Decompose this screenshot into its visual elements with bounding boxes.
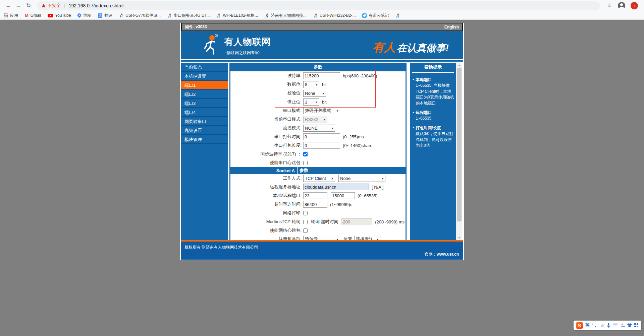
firmware-version: 固件: v3033: [185, 24, 207, 30]
sidebar-item-current-status[interactable]: 当前状态: [181, 63, 228, 72]
person-typing-icon[interactable]: [621, 323, 625, 328]
bookmark-gmail[interactable]: M Gmail: [25, 13, 41, 18]
youtube-icon: [48, 14, 53, 17]
translate-icon: 文: [98, 13, 102, 18]
net-heartbeat-checkbox[interactable]: [303, 228, 308, 233]
page-scrollbar[interactable]: ▲ ▼: [456, 63, 462, 240]
bookmark-usr-wifi232[interactable]: USR-WIFI232-B2-...: [313, 13, 356, 18]
sync-baud-checkbox[interactable]: [303, 152, 308, 156]
socket-a-title: Socket A: [230, 168, 297, 173]
site-footer: 版权所有 © 济南有人物联网技术有限公司 官网：www.usr.cn: [181, 240, 463, 260]
address-bar[interactable]: 不安全 | 192.168.0.7/indexcn.shtml: [37, 1, 600, 10]
form-row-ports: 本地/远程端口: (0~65535): [230, 191, 406, 200]
sidebar-item-port1[interactable]: 端口1: [181, 81, 228, 90]
bookmark-star-icon[interactable]: ☆: [607, 2, 612, 9]
pack-len-label: 串口打包长度:: [230, 142, 303, 148]
net-print-checkbox[interactable]: [303, 211, 308, 215]
form-row-reg-pkt: 注册包类型: 透传云 位置 连接发送: [230, 235, 406, 240]
forward-icon[interactable]: →: [13, 2, 23, 9]
avatar-body: [619, 7, 624, 9]
baud-input[interactable]: [303, 72, 340, 79]
databits-suffix: bit: [322, 82, 327, 87]
flow-ctrl-select[interactable]: NONE: [303, 125, 335, 132]
remote-port-input[interactable]: [331, 192, 355, 199]
remote-addr-input[interactable]: [303, 184, 369, 190]
firmware-bar: 固件: v3033 English: [181, 23, 463, 31]
sidebar-item-local-ip[interactable]: 本机IP设置: [181, 72, 228, 81]
profile-avatar[interactable]: [618, 2, 625, 9]
bookmark-youdao[interactable]: 有道云笔记: [362, 13, 389, 18]
help-item: • 远程端口1~65535: [413, 110, 454, 122]
usr-website-link[interactable]: www.usr.cn: [437, 252, 459, 257]
content-area: 当前状态 本机IP设置 端口1 端口2 端口3 端口4 网页转串口 高级设置 模…: [181, 63, 463, 240]
skin-shirt-icon[interactable]: [627, 323, 632, 327]
databits-select[interactable]: 8: [303, 81, 319, 88]
brand-title: 有人物联网: [224, 36, 271, 48]
back-icon[interactable]: ←: [3, 2, 13, 9]
stopbits-select[interactable]: 1: [303, 98, 319, 106]
bullet: •: [413, 110, 414, 122]
copyright-text: 版权所有 © 济南有人物联网技术有限公司: [184, 245, 258, 250]
modbus-checkbox[interactable]: [303, 220, 308, 224]
sidebar-item-port4[interactable]: 端口4: [181, 108, 228, 117]
help-list: • 本地端口1~65535. 当模块做TCP Client时，本地端口为0表示使…: [410, 73, 456, 148]
help-item-body: 默认0/0，使用自动打包机制；也可以设置为非0值: [416, 131, 454, 148]
bookmark-maps[interactable]: 地图: [77, 13, 91, 18]
reconnect-suffix: (1~99999)s: [330, 202, 352, 207]
reg-pkt-pos-select[interactable]: 连接发送: [354, 236, 380, 241]
toolbox-grid-icon[interactable]: [634, 323, 638, 327]
divider: [407, 63, 410, 240]
microphone-icon[interactable]: [607, 323, 610, 328]
bookmark-translate[interactable]: 文 翻译: [98, 13, 112, 18]
youdao-icon: [362, 13, 367, 18]
bookmark-usr-home[interactable]: [395, 13, 400, 18]
sidebar-item-port3[interactable]: 端口3: [181, 99, 228, 108]
sidebar-item-port2[interactable]: 端口2: [181, 90, 228, 99]
ime-punctuation-toggle[interactable]: ’，: [592, 322, 598, 328]
reconnect-input[interactable]: [303, 201, 327, 208]
local-port-input[interactable]: [303, 192, 327, 199]
official-site: 官网：www.usr.cn: [425, 252, 459, 257]
scrollbar-thumb[interactable]: [457, 68, 462, 221]
bookmark-jinan-usr[interactable]: 济南有人物联网技...: [265, 13, 307, 18]
parity-select[interactable]: None: [303, 90, 326, 97]
sidebar-item-web-to-serial[interactable]: 网页转串口: [181, 117, 228, 126]
remote-addr-label: 远程服务器地址:: [230, 184, 303, 190]
modbus-timeout-label: 轮询 超时时间:: [311, 219, 339, 225]
serial-heartbeat-checkbox[interactable]: [303, 161, 308, 165]
bookmark-serial-server[interactable]: 串口服务器,4G DT...: [167, 13, 210, 18]
avatar-head: [620, 3, 623, 6]
maps-pin-icon: [77, 13, 81, 18]
modbus-label: ModbusTCP 轮询:: [230, 219, 303, 225]
ime-emoji-icon[interactable]: ☺: [600, 323, 604, 328]
bookmark-youtube[interactable]: YouTube: [48, 13, 71, 18]
form-row-current-serial-mode: 当前串口模式: RS232: [230, 115, 406, 124]
reg-pkt-type-select[interactable]: 透传云: [303, 236, 340, 241]
work-mode-select[interactable]: TCP Client: [303, 175, 335, 182]
help-item-title: 本地端口: [416, 77, 454, 83]
keyboard-icon[interactable]: [613, 324, 618, 327]
pack-len-input[interactable]: [303, 142, 340, 149]
english-link[interactable]: English: [444, 25, 459, 29]
reload-icon[interactable]: ↻: [23, 2, 34, 9]
help-item-body: 1~65535: [416, 116, 432, 121]
stopbits-value: 1: [305, 99, 307, 105]
chrome-update-icon[interactable]: ↑: [631, 2, 638, 9]
scroll-down-icon[interactable]: ▼: [456, 236, 462, 239]
sogou-ime-toolbar: S 英 ’， ☺: [574, 321, 641, 330]
sogou-logo-icon[interactable]: S: [576, 321, 583, 329]
serial-mode-select[interactable]: 拨码开关模式: [303, 107, 340, 114]
ime-language-toggle[interactable]: 英: [585, 322, 590, 328]
bookmark-label: WH-BLE102-规格...: [223, 13, 258, 18]
bookmark-usr-g770[interactable]: USR-G770软件设...: [119, 13, 161, 18]
sidebar-item-module-mgmt[interactable]: 模块管理: [181, 135, 228, 144]
work-mode-sub-select[interactable]: None: [338, 175, 385, 182]
sidebar-item-advanced[interactable]: 高级设置: [181, 126, 228, 135]
browser-chrome: ← → ↻ 不安全 | 192.168.0.7/indexcn.shtml ☆ …: [0, 0, 644, 20]
bookmark-wh-ble102[interactable]: WH-BLE102-规格...: [216, 13, 258, 18]
form-row-databits: 数据位: 8 bit: [230, 80, 406, 89]
bookmark-apps[interactable]: 应用: [4, 13, 18, 18]
reg-pkt-pos-label: 位置: [343, 236, 352, 240]
pack-time-input[interactable]: [303, 133, 340, 140]
scroll-up-icon[interactable]: ▲: [456, 64, 462, 67]
